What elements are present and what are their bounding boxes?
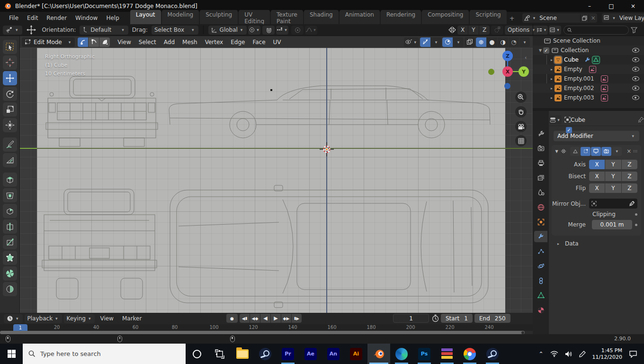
outliner-search[interactable] bbox=[564, 26, 629, 35]
flip-z-button[interactable]: Z bbox=[622, 183, 637, 193]
move-tool[interactable] bbox=[3, 71, 17, 85]
eye-icon[interactable] bbox=[632, 67, 639, 72]
modifier-render-toggle[interactable] bbox=[601, 147, 611, 156]
current-frame-field[interactable]: 1 bbox=[393, 314, 429, 323]
modifier-realtime-toggle[interactable] bbox=[591, 147, 601, 156]
tab-constraints[interactable] bbox=[534, 275, 547, 286]
tab-compositing[interactable]: Compositing bbox=[422, 10, 469, 26]
gizmo-y-axis[interactable]: Y bbox=[519, 66, 529, 77]
collection-expand-icon[interactable]: ▼ bbox=[537, 48, 543, 53]
timeline-ruler[interactable]: 20 40 60 80 100 120 140 160 180 200 220 … bbox=[0, 324, 533, 331]
mode-dropdown[interactable]: Edit Mode ▾ bbox=[22, 37, 75, 47]
after-effects-button[interactable]: Ae bbox=[299, 344, 322, 364]
orthographic-toggle-button[interactable] bbox=[515, 135, 527, 146]
snap-settings-dropdown[interactable]: ▾ bbox=[276, 26, 288, 35]
taskbar-clock[interactable]: 1:45 PM 11/12/2020 bbox=[592, 347, 622, 361]
viewport-menu-mesh[interactable]: Mesh bbox=[179, 39, 201, 46]
unlink-scene-button[interactable]: × bbox=[589, 14, 597, 22]
measure-tool[interactable] bbox=[3, 153, 17, 167]
viewport[interactable]: Right Orthographic (1) Cube 10 Centimete… bbox=[20, 48, 533, 313]
eye-icon[interactable] bbox=[632, 86, 639, 91]
close-button[interactable]: × bbox=[622, 0, 644, 12]
tab-scene[interactable] bbox=[534, 187, 547, 198]
outliner-row-empty[interactable]: ▸ Empty bbox=[533, 64, 644, 74]
prev-keyframe-button[interactable]: ◀◆ bbox=[250, 314, 260, 323]
flip-x-button[interactable]: X bbox=[589, 183, 605, 193]
taskbar-search[interactable]: Type here to search bbox=[23, 344, 186, 364]
jump-to-start-button[interactable]: ◀▮ bbox=[240, 314, 250, 323]
filter-funnel-icon[interactable] bbox=[631, 27, 637, 33]
menu-window[interactable]: Window bbox=[71, 15, 102, 21]
tab-material[interactable] bbox=[534, 304, 547, 316]
solid-shading-button[interactable]: ● bbox=[487, 37, 497, 47]
menu-render[interactable]: Render bbox=[42, 15, 71, 21]
tab-scripting[interactable]: Scripting bbox=[470, 10, 506, 26]
clipping-animate-dot[interactable] bbox=[635, 213, 637, 216]
play-reverse-button[interactable]: ◀ bbox=[260, 314, 270, 323]
tab-output[interactable] bbox=[534, 157, 547, 169]
tab-rendering[interactable]: Rendering bbox=[381, 10, 421, 26]
proportional-falloff-dropdown[interactable]: ▾ bbox=[305, 26, 317, 35]
outliner-filter-dropdown[interactable]: ▾ bbox=[549, 26, 561, 35]
tab-object[interactable] bbox=[534, 216, 547, 228]
extrude-region-tool[interactable] bbox=[3, 173, 17, 187]
file-explorer-button[interactable] bbox=[231, 344, 254, 364]
menu-file[interactable]: File bbox=[5, 15, 23, 21]
zoom-button[interactable] bbox=[515, 91, 527, 103]
eye-icon[interactable] bbox=[632, 57, 639, 62]
panel-expand-icon[interactable]: ▼ bbox=[555, 149, 559, 154]
object-expand-icon[interactable]: ▸ bbox=[549, 96, 555, 100]
menu-edit[interactable]: Edit bbox=[23, 15, 42, 21]
tab-particles[interactable] bbox=[534, 246, 547, 257]
image-data-icon[interactable] bbox=[601, 94, 608, 101]
viewport-menu-edge[interactable]: Edge bbox=[227, 39, 249, 46]
timeline-editor-dropdown[interactable]: ▾ bbox=[4, 314, 23, 323]
show-whole-scene-dropdown[interactable]: ▾ bbox=[404, 37, 419, 47]
gizmo-z-axis[interactable]: Z bbox=[502, 51, 513, 61]
viewport-menu-select[interactable]: Select bbox=[135, 39, 160, 46]
tab-animation[interactable]: Animation bbox=[340, 10, 380, 26]
object-expand-icon[interactable]: ▸ bbox=[549, 58, 555, 62]
transform-space-dropdown[interactable]: Global▾ bbox=[208, 26, 247, 35]
vertex-select-button[interactable] bbox=[78, 37, 88, 47]
material-shading-button[interactable]: ◑ bbox=[498, 37, 508, 47]
eyedropper-icon[interactable] bbox=[629, 200, 635, 207]
blender-taskbar-button[interactable] bbox=[367, 344, 390, 364]
viewport-menu-add[interactable]: Add bbox=[160, 39, 179, 46]
new-scene-button[interactable] bbox=[580, 14, 589, 22]
mirror-y-button[interactable]: Y bbox=[468, 26, 479, 35]
frame-start-field[interactable]: Start1 bbox=[441, 314, 473, 323]
action-center-icon[interactable] bbox=[629, 350, 637, 358]
tab-texture-paint[interactable]: Texture Paint bbox=[271, 10, 303, 26]
bevel-tool[interactable] bbox=[3, 204, 17, 218]
image-data-icon[interactable] bbox=[601, 85, 608, 92]
properties-editor-type-dropdown[interactable]: ▾ bbox=[549, 115, 562, 124]
illustrator-button[interactable]: Ai bbox=[345, 344, 367, 364]
merge-threshold-field[interactable]: 0.001 m bbox=[592, 220, 632, 229]
gizmo-z-negative[interactable] bbox=[504, 83, 510, 89]
outliner-row-cube[interactable]: ▸ ▽ Cube bbox=[533, 55, 644, 64]
timeline-scrollbar[interactable] bbox=[0, 331, 533, 334]
view-layer-selector[interactable]: ▾ View Layer × bbox=[602, 13, 644, 23]
next-keyframe-button[interactable]: ◆▶ bbox=[281, 314, 291, 323]
axis-x-button[interactable]: X bbox=[589, 160, 605, 169]
wifi-icon[interactable] bbox=[550, 351, 558, 357]
modifier-wrench-icon[interactable] bbox=[584, 57, 590, 63]
cursor-tool[interactable] bbox=[3, 55, 17, 70]
volume-icon[interactable] bbox=[565, 351, 572, 357]
viewport-menu-face[interactable]: Face bbox=[249, 39, 269, 46]
smooth-tool[interactable] bbox=[3, 282, 17, 296]
mirror-z-button[interactable]: Z bbox=[479, 26, 490, 35]
gizmos-dropdown[interactable]: ▾ bbox=[431, 37, 441, 47]
outliner-search-input[interactable] bbox=[574, 27, 625, 33]
inset-faces-tool[interactable] bbox=[3, 188, 17, 202]
task-view-button[interactable] bbox=[208, 344, 231, 364]
sidebar-collapse-arrow[interactable]: ‹ bbox=[525, 55, 527, 61]
data-panel-header[interactable]: ▸ Data bbox=[555, 240, 644, 247]
overlays-toggle[interactable] bbox=[442, 37, 453, 47]
tab-sculpting[interactable]: Sculpting bbox=[200, 10, 238, 26]
viewport-menu-vertex[interactable]: Vertex bbox=[201, 39, 227, 46]
photoshop-button[interactable]: Ps bbox=[413, 344, 436, 364]
cortana-button[interactable] bbox=[186, 344, 208, 364]
outliner-display-mode-dropdown[interactable]: ▾ bbox=[536, 26, 548, 35]
